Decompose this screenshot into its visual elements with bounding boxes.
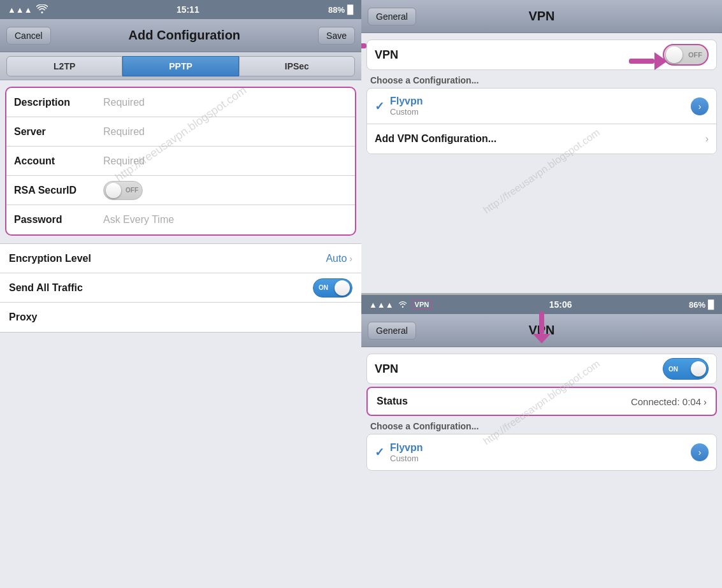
send-all-traffic-toggle[interactable]	[313, 278, 352, 298]
tab-pptp[interactable]: PPTP	[122, 56, 238, 76]
form-row-rsa: RSA SecurID	[6, 176, 355, 205]
add-config-row-top[interactable]: Add VPN Configuration... ›	[367, 124, 716, 154]
description-label: Description	[14, 97, 103, 108]
add-config-chevron-icon: ›	[705, 133, 709, 145]
send-all-traffic-label: Send All Traffic	[9, 282, 313, 294]
vpn-toggle-top[interactable]	[663, 44, 709, 66]
vpn-screen-on: ▲▲▲ VPN 15:06 86% ▉	[361, 295, 722, 588]
right-panel: General VPN VPN Choose a Configuration	[361, 0, 722, 588]
vpn-nav-bar-top: General VPN	[361, 0, 722, 33]
down-arrow-annotation	[533, 312, 551, 346]
rsa-label: RSA SecurID	[14, 185, 103, 196]
vpn-toggle-row-bottom: VPN	[366, 354, 717, 384]
account-input[interactable]: Required	[103, 155, 347, 167]
toggle-knob	[106, 183, 121, 198]
config-type-top: Custom	[390, 107, 691, 117]
form-row-password: Password Ask Every Time	[6, 205, 355, 234]
signal-area-bottom: ▲▲▲ VPN	[369, 299, 432, 310]
rsa-toggle[interactable]	[103, 181, 143, 200]
config-info-top: Flyvpn Custom	[390, 96, 691, 117]
config-info-bottom: Flyvpn Custom	[390, 442, 691, 463]
encryption-value[interactable]: Auto ›	[326, 253, 352, 264]
tab-ipsec[interactable]: IPSec	[239, 56, 355, 76]
vpn-label-top: VPN	[375, 48, 398, 62]
config-name-top: Flyvpn	[390, 96, 691, 107]
arrow-annotation-right	[629, 52, 667, 73]
proxy-row: Proxy	[0, 303, 361, 332]
choose-config-label-bottom: Choose a Configuration...	[361, 416, 722, 434]
encryption-label: Encryption Level	[9, 253, 326, 264]
battery-icon: ▉	[347, 5, 354, 15]
password-label: Password	[14, 214, 103, 226]
svg-marker-1	[654, 52, 667, 70]
send-all-traffic-row: Send All Traffic	[0, 273, 361, 303]
form-section-plain: Encryption Level Auto › Send All Traffic…	[0, 243, 361, 333]
checkmark-icon-bottom: ✓	[375, 445, 390, 459]
time-display: 15:11	[177, 4, 199, 15]
signal-area: ▲▲▲	[8, 4, 48, 15]
vpn-screen-off: General VPN VPN Choose a Configuration	[361, 0, 722, 295]
password-input[interactable]: Ask Every Time	[103, 214, 347, 226]
choose-config-label-top: Choose a Configuration...	[361, 70, 722, 88]
general-button-bottom[interactable]: General	[368, 322, 416, 340]
form-row-account: Account Required	[6, 147, 355, 176]
tab-l2tp[interactable]: L2TP	[6, 56, 122, 76]
server-input[interactable]: Required	[103, 126, 347, 138]
send-traffic-knob	[335, 280, 350, 296]
svg-marker-5	[533, 334, 551, 343]
vpn-badge: VPN	[412, 299, 433, 310]
svg-rect-2	[361, 43, 366, 48]
encryption-text: Auto	[326, 253, 347, 264]
battery-icon-bottom: ▉	[708, 300, 714, 310]
encryption-row: Encryption Level Auto ›	[0, 244, 361, 273]
vpn-toggle-knob-top	[666, 47, 682, 63]
wifi-icon-bottom	[398, 300, 408, 310]
signal-icon: ▲▲▲	[8, 5, 32, 15]
tab-bar: L2TP PPTP IPSec	[0, 52, 361, 80]
save-button[interactable]: Save	[318, 27, 355, 45]
status-row: Status Connected: 0:04 ›	[366, 387, 717, 416]
config-name-bottom: Flyvpn	[390, 442, 691, 454]
battery-area: 88% ▉	[328, 5, 354, 15]
battery-text-bottom: 86%	[689, 300, 705, 310]
battery-text: 88%	[328, 5, 345, 15]
svg-rect-0	[629, 59, 654, 64]
account-label: Account	[14, 155, 103, 167]
config-detail-button-top[interactable]: ›	[691, 97, 709, 115]
svg-rect-4	[539, 312, 544, 334]
left-arrow-annotation	[361, 37, 366, 57]
nav-bar-left: Cancel Add Configuration Save	[0, 19, 361, 52]
status-value: Connected: 0:04 ›	[631, 396, 707, 407]
general-button-top[interactable]: General	[368, 8, 416, 25]
server-label: Server	[14, 126, 103, 138]
vpn-toggle-knob-bottom	[691, 361, 706, 376]
form-row-description: Description Required	[6, 88, 355, 117]
form-section-boxed: Description Required Server Required Acc…	[5, 87, 356, 236]
proxy-label: Proxy	[9, 312, 352, 323]
vpn-toggle-bottom[interactable]	[663, 358, 709, 380]
config-item-flyvpn-bottom: ✓ Flyvpn Custom ›	[367, 434, 716, 470]
checkmark-icon-top: ✓	[375, 99, 390, 113]
battery-area-bottom: 86% ▉	[689, 300, 714, 310]
vpn-label-bottom: VPN	[375, 362, 398, 376]
status-chevron-icon: ›	[704, 396, 707, 407]
description-input[interactable]: Required	[103, 97, 347, 108]
signal-icon-bottom: ▲▲▲	[369, 300, 394, 310]
form-row-server: Server Required	[6, 117, 355, 147]
left-panel: ▲▲▲ 15:11 88% ▉ Cancel Add Configuration…	[0, 0, 361, 588]
status-text: Connected: 0:04	[631, 396, 701, 407]
wifi-icon	[36, 4, 48, 15]
page-title: Add Configuration	[129, 28, 241, 43]
config-detail-button-bottom[interactable]: ›	[691, 443, 709, 461]
add-config-label-top: Add VPN Configuration...	[375, 133, 705, 145]
config-item-flyvpn-top: ✓ Flyvpn Custom ›	[367, 89, 716, 124]
config-type-bottom: Custom	[390, 454, 691, 463]
vpn-title-top: VPN	[528, 9, 554, 24]
cancel-button[interactable]: Cancel	[6, 27, 51, 45]
config-list-bottom: ✓ Flyvpn Custom ›	[366, 434, 717, 471]
encryption-chevron-icon: ›	[349, 254, 352, 264]
status-bar-left: ▲▲▲ 15:11 88% ▉	[0, 0, 361, 19]
status-label: Status	[377, 396, 408, 407]
config-list-top: ✓ Flyvpn Custom › Add VPN Configuration.…	[366, 88, 717, 154]
time-display-bottom: 15:06	[549, 299, 572, 310]
